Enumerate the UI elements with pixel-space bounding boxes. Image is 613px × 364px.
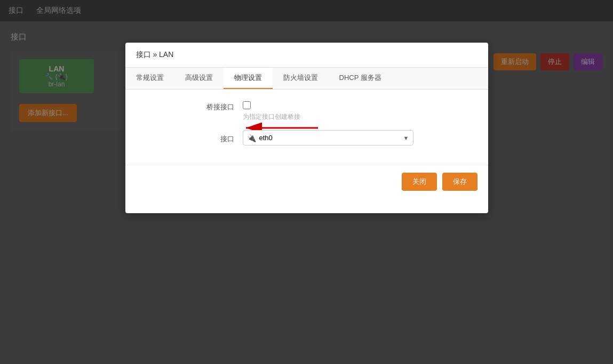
bridge-hint-text: 为指定接口创建桥接 [243,112,477,122]
bridge-interface-row: 桥接接口 为指定接口创建桥接 [136,100,477,122]
bridge-checkbox-wrapper [243,100,477,109]
tab-advanced-settings[interactable]: 高级设置 [174,68,224,89]
tab-firewall-settings[interactable]: 防火墙设置 [273,68,329,89]
tab-physical-settings[interactable]: 物理设置 [224,68,273,89]
modal-dialog: 接口 » LAN 常规设置 高级设置 物理设置 防火墙设置 DHCP 服务器 桥… [125,43,488,213]
bridge-control-area: 为指定接口创建桥接 [243,100,477,122]
bridge-checkbox[interactable] [243,101,251,109]
background-page: 接口 全局网络选项 接口 LAN 🔧 (🔌) br-lan 添加新接口... 重… [0,0,613,364]
interface-control-area: 🔌 eth0 ▼ [243,130,477,145]
tab-dhcp-server[interactable]: DHCP 服务器 [329,68,392,89]
interface-select[interactable]: eth0 [243,130,413,145]
modal-overlay: 接口 » LAN 常规设置 高级设置 物理设置 防火墙设置 DHCP 服务器 桥… [0,0,613,364]
bridge-interface-label: 桥接接口 [136,100,243,112]
modal-tabs: 常规设置 高级设置 物理设置 防火墙设置 DHCP 服务器 [125,68,488,90]
modal-footer: 关闭 保存 [125,165,488,198]
save-button[interactable]: 保存 [442,173,477,191]
network-icon: 🔌 [247,134,256,142]
tab-general-settings[interactable]: 常规设置 [125,68,174,89]
modal-breadcrumb: 接口 » LAN [136,50,174,59]
modal-header: 接口 » LAN [125,43,488,68]
modal-body: 桥接接口 为指定接口创建桥接 [125,90,488,165]
interface-row: 接口 🔌 eth0 ▼ [136,130,477,145]
interface-field-label: 接口 [136,130,243,144]
close-button[interactable]: 关闭 [402,173,437,191]
interface-select-wrapper: 🔌 eth0 ▼ [243,130,413,145]
